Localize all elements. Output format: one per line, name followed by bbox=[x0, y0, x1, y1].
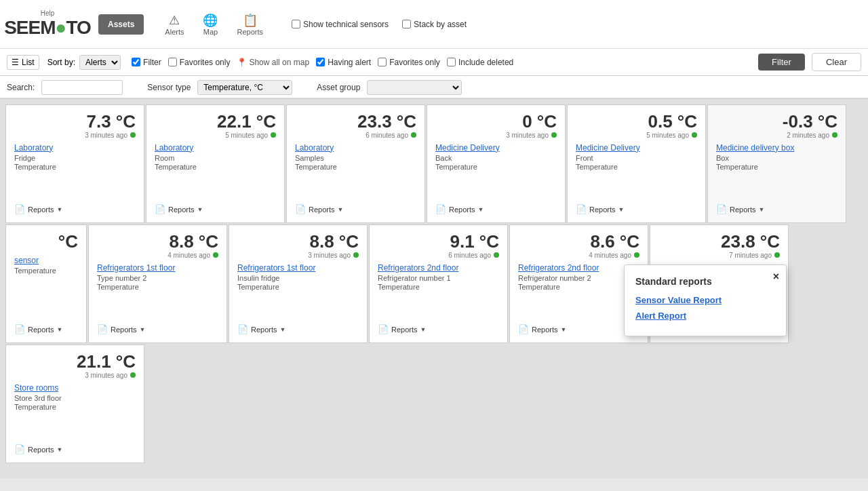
asset-name[interactable]: Medicine Delivery bbox=[576, 143, 697, 153]
chevron-down-icon: ▼ bbox=[140, 326, 146, 333]
asset-type: Temperature bbox=[14, 163, 136, 171]
reports-dropdown-button[interactable]: 📄 Reports ▼ bbox=[295, 203, 416, 216]
favorites-only-2-label[interactable]: Favorites only bbox=[378, 58, 440, 67]
filter-checkbox[interactable] bbox=[132, 58, 140, 66]
filter-button[interactable]: Filter bbox=[758, 54, 805, 71]
assets-button[interactable]: Assets bbox=[98, 14, 144, 35]
reports-btn-label: Reports bbox=[251, 326, 277, 334]
asset-name[interactable]: Laboratory bbox=[155, 143, 276, 153]
reports-dropdown-button[interactable]: 📄 Reports ▼ bbox=[576, 203, 697, 216]
stack-by-asset-label[interactable]: Stack by asset bbox=[402, 20, 467, 29]
status-dot bbox=[130, 372, 136, 378]
status-dot bbox=[774, 252, 780, 258]
map-nav-item[interactable]: 🌐 Map bbox=[195, 9, 226, 40]
report-file-icon: 📄 bbox=[97, 324, 108, 334]
stack-by-asset-checkbox[interactable] bbox=[402, 20, 411, 28]
reports-btn-label: Reports bbox=[391, 326, 418, 334]
map-icon: 🌐 bbox=[203, 13, 218, 28]
search-input[interactable] bbox=[41, 80, 123, 95]
show-technical-checkbox[interactable] bbox=[292, 20, 300, 28]
reports-nav-item[interactable]: 📋 Reports bbox=[229, 9, 271, 40]
reports-dropdown-button[interactable]: 📄 Reports ▼ bbox=[716, 203, 837, 216]
reports-btn-label: Reports bbox=[589, 205, 616, 214]
alerts-nav-item[interactable]: ⚠ Alerts bbox=[157, 9, 192, 40]
reports-dropdown-button[interactable]: 📄 Reports ▼ bbox=[14, 203, 136, 216]
list-button[interactable]: ☰ List bbox=[7, 55, 39, 70]
asset-name[interactable]: sensor bbox=[14, 256, 78, 265]
sort-select[interactable]: Alerts bbox=[79, 55, 121, 70]
having-alert-checkbox[interactable] bbox=[316, 58, 325, 66]
asset-name[interactable]: Refrigerators 2nd floor bbox=[518, 263, 639, 273]
asset-card: 8.8 °C 4 minutes ago Refrigerators 1st f… bbox=[88, 224, 227, 343]
asset-temperature: 0.5 °C bbox=[576, 112, 697, 132]
having-alert-label[interactable]: Having alert bbox=[316, 58, 371, 67]
reports-dropdown-button[interactable]: 📄 Reports ▼ bbox=[14, 443, 136, 456]
favorites-only-label[interactable]: Favorites only bbox=[168, 58, 231, 67]
sort-section: ☰ List Sort by: Alerts bbox=[7, 55, 121, 70]
reports-dropdown-button[interactable]: 📄 Reports ▼ bbox=[518, 323, 639, 336]
asset-name[interactable]: Store rooms bbox=[14, 383, 136, 393]
asset-temperature: °C bbox=[14, 232, 78, 252]
favorites-only-checkbox[interactable] bbox=[168, 58, 177, 66]
filter-secondary: Search: Sensor type Temperature, °C Asse… bbox=[0, 76, 868, 98]
include-deleted-label[interactable]: Include deleted bbox=[447, 58, 513, 67]
report-file-icon: 📄 bbox=[14, 444, 25, 454]
chevron-down-icon: ▼ bbox=[57, 206, 63, 213]
asset-time: 4 minutes ago bbox=[518, 252, 639, 259]
reports-dropdown-button[interactable]: 📄 Reports ▼ bbox=[378, 323, 499, 336]
reports-dropdown-button[interactable]: 📄 Reports ▼ bbox=[97, 323, 218, 336]
asset-card: 7.3 °C 3 minutes ago Laboratory Fridge T… bbox=[5, 104, 144, 223]
asset-temperature: 7.3 °C bbox=[14, 112, 136, 132]
pin-icon: 📍 bbox=[237, 58, 247, 67]
header-top: Help SEEM●TO Assets ⚠ Alerts 🌐 Map 📋 Rep… bbox=[0, 0, 868, 49]
status-dot bbox=[213, 252, 218, 258]
asset-time: 7 minutes ago bbox=[658, 252, 780, 259]
asset-name[interactable]: Refrigerators 2nd floor bbox=[378, 263, 499, 273]
include-deleted-checkbox[interactable] bbox=[447, 58, 456, 66]
alert-report-link[interactable]: Alert Report bbox=[635, 311, 775, 321]
chevron-down-icon: ▼ bbox=[280, 326, 286, 333]
asset-temperature: 21.1 °C bbox=[14, 352, 136, 372]
asset-name[interactable]: Medicine delivery box bbox=[716, 143, 837, 153]
asset-type: Temperature bbox=[576, 163, 697, 171]
alerts-icon: ⚠ bbox=[169, 13, 180, 28]
reports-btn-label: Reports bbox=[28, 326, 54, 334]
asset-name[interactable]: Laboratory bbox=[295, 143, 416, 153]
report-file-icon: 📄 bbox=[14, 204, 25, 214]
asset-sub: Front bbox=[576, 154, 697, 162]
sensor-type-select[interactable]: Temperature, °C bbox=[197, 80, 292, 95]
status-dot bbox=[551, 132, 557, 138]
show-technical-label[interactable]: Show technical sensors bbox=[292, 20, 389, 29]
chevron-down-icon: ▼ bbox=[759, 206, 765, 213]
search-row: Search: bbox=[7, 80, 123, 95]
popup-close-button[interactable]: × bbox=[773, 271, 779, 283]
reports-btn-label: Reports bbox=[449, 205, 475, 214]
asset-sub: Refrigerator number 2 bbox=[518, 274, 639, 282]
list-icon: ☰ bbox=[12, 58, 19, 67]
logo-area: Help SEEM●TO bbox=[7, 9, 88, 39]
asset-time: 4 minutes ago bbox=[97, 252, 218, 259]
asset-time: 3 minutes ago bbox=[435, 132, 557, 139]
reports-dropdown-button[interactable]: 📄 Reports ▼ bbox=[435, 203, 557, 216]
asset-name[interactable]: Refrigerators 1st floor bbox=[237, 263, 359, 273]
asset-group-select[interactable] bbox=[367, 80, 462, 95]
reports-dropdown-button[interactable]: 📄 Reports ▼ bbox=[14, 323, 78, 336]
popup-title: Standard reports bbox=[635, 276, 775, 287]
asset-name[interactable]: Medicine Delivery bbox=[435, 143, 557, 153]
asset-sub: Type number 2 bbox=[97, 274, 218, 282]
asset-type: Temperature bbox=[97, 283, 218, 291]
sensor-value-report-link[interactable]: Sensor Value Report bbox=[635, 295, 775, 305]
asset-card: 8.8 °C 3 minutes ago Refrigerators 1st f… bbox=[229, 224, 368, 343]
chevron-down-icon: ▼ bbox=[420, 326, 427, 333]
reports-dropdown-button[interactable]: 📄 Reports ▼ bbox=[155, 203, 276, 216]
filter-checkbox-label[interactable]: Filter bbox=[132, 58, 161, 67]
clear-button[interactable]: Clear bbox=[812, 53, 861, 71]
asset-time: 6 minutes ago bbox=[295, 132, 416, 139]
show-all-map-link[interactable]: 📍 Show all on map bbox=[237, 58, 309, 67]
asset-card: 9.1 °C 6 minutes ago Refrigerators 2nd f… bbox=[369, 224, 508, 343]
asset-name[interactable]: Laboratory bbox=[14, 143, 136, 153]
asset-name[interactable]: Refrigerators 1st floor bbox=[97, 263, 218, 273]
favorites-only-2-checkbox[interactable] bbox=[378, 58, 387, 66]
reports-popup[interactable]: × Standard reports Sensor Value Report A… bbox=[624, 264, 787, 336]
reports-dropdown-button[interactable]: 📄 Reports ▼ bbox=[237, 323, 359, 336]
